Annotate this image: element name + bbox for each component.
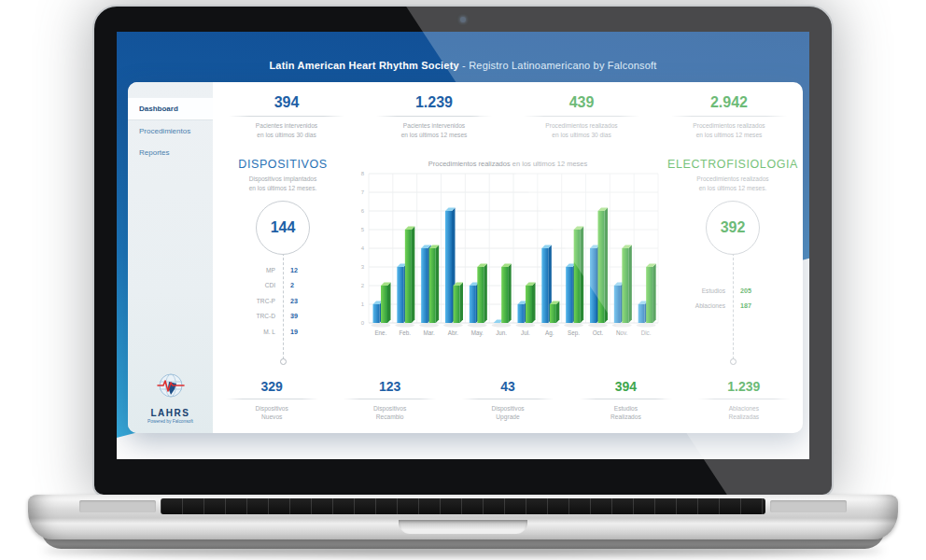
stat-label: AblacionesRealizadas — [685, 404, 803, 422]
device-row-ml: M. L19 — [213, 324, 353, 340]
stat-value: 1.239 — [360, 93, 508, 112]
stat-label-line2: en los ultimos 30 dias — [552, 132, 610, 138]
connector-end-dot — [280, 358, 287, 365]
stat-pacientes-30d: 394 Pacientes intervenidosen los últimos… — [213, 93, 360, 139]
stat-label-line2: en los últimos 12 meses — [401, 132, 468, 138]
stat-divider — [462, 399, 554, 399]
device-value: 39 — [290, 312, 353, 320]
stat-value: 329 — [213, 378, 330, 395]
stat-value: 394 — [567, 378, 684, 395]
app-title: Latin American Heart Rhythm Society - Re… — [117, 60, 809, 71]
stat-label-line2: Nuevos — [261, 413, 282, 420]
stat-label: Procedimientos realizadosen los ultimos … — [508, 121, 655, 139]
stat-label-line1: Dispositivos — [491, 405, 524, 412]
stat-divider — [671, 116, 786, 117]
devices-panel-body: MP12 CDI2 TRC-P23 TRC-D39 M. L19 — [213, 255, 353, 372]
svg-text:2: 2 — [361, 283, 365, 288]
device-label: M. L — [213, 329, 275, 335]
logo-block: LAHRS Powered by Falconsoft — [128, 372, 213, 424]
stat-divider — [229, 116, 344, 117]
svg-text:7: 7 — [361, 189, 365, 195]
svg-text:Nov.: Nov. — [616, 329, 628, 336]
device-value: 12 — [290, 266, 353, 274]
dashboard-card: Dashboard Procedimientos Reportes — [128, 82, 803, 433]
app-title-main: Latin American Heart Rhythm Society — [269, 60, 458, 71]
svg-text:1: 1 — [361, 301, 365, 307]
stat-value: 439 — [508, 93, 655, 112]
device-value: 19 — [290, 328, 353, 336]
webcam-icon — [460, 17, 466, 22]
ep-row-estudios: Estudios205 — [663, 283, 803, 299]
top-stats-row: 394 Pacientes intervenidosen los últimos… — [213, 93, 803, 139]
stat-label-line2: en los últimos 30 dias — [257, 132, 316, 138]
subtitle-line2: en los últimos 12 meses. — [699, 185, 767, 191]
svg-text:Sep.: Sep. — [568, 329, 580, 337]
stat-pacientes-12m: 1.239 Pacientes intervenidosen los últim… — [360, 93, 508, 139]
device-row-trcd: TRC-D39 — [213, 308, 353, 324]
stat-estudios-realizados: 394 EstudiosRealizados — [567, 378, 684, 422]
middle-row: DISPOSITIVOS Dispositivos implantadosen … — [213, 158, 803, 372]
device-value: 23 — [290, 297, 353, 305]
stat-label-line2: Realizadas — [729, 413, 760, 420]
stat-divider — [580, 399, 672, 399]
ep-row-ablaciones: Ablaciones187 — [663, 298, 803, 314]
stat-dispositivos-upgrade: 43 DispositivosUpgrade — [449, 378, 567, 422]
sidebar-item-procedimientos[interactable]: Procedimientos — [128, 120, 213, 142]
stat-label: DispositivosUpgrade — [449, 404, 567, 422]
bar-chart: 012345678Ene.Feb.Mar.Abr.May.Jun.Jul.Ag.… — [354, 170, 662, 349]
svg-text:Feb.: Feb. — [399, 329, 411, 336]
device-label: MP — [213, 267, 275, 273]
stat-label-line1: Procedimientos realizados — [693, 122, 765, 129]
connector-end-dot — [730, 358, 737, 365]
stat-label: Pacientes intervenidosen los últimos 12 … — [360, 121, 508, 139]
card-main: 394 Pacientes intervenidosen los últimos… — [213, 82, 803, 433]
stat-dispositivos-recambio: 123 DispositivosRecambio — [330, 378, 448, 422]
sidebar-item-reportes[interactable]: Reportes — [128, 142, 213, 163]
stat-label-line1: Estudios — [614, 405, 638, 412]
svg-text:Oct.: Oct. — [593, 329, 604, 336]
stat-label-line1: Dispositivos — [373, 405, 406, 412]
stat-ablaciones-realizadas: 1.239 AblacionesRealizadas — [685, 378, 803, 422]
sidebar-item-dashboard[interactable]: Dashboard — [128, 97, 213, 120]
stat-value: 123 — [330, 378, 448, 395]
stat-label: DispositivosRecambio — [330, 404, 448, 422]
stat-divider — [226, 399, 318, 399]
speaker-grille-left — [79, 500, 156, 512]
svg-text:Mar.: Mar. — [423, 329, 434, 336]
laptop-screen: Latin American Heart Rhythm Society - Re… — [92, 5, 834, 497]
stat-label-line1: Dispositivos — [256, 405, 288, 412]
svg-text:Jun.: Jun. — [496, 329, 507, 336]
devices-panel: DISPOSITIVOS Dispositivos implantadosen … — [213, 158, 353, 372]
svg-text:6: 6 — [361, 208, 365, 214]
stat-label-line2: Realizados — [610, 413, 641, 420]
lahrs-globe-icon — [155, 372, 187, 402]
subtitle-line1: Procedimientos realizados — [696, 175, 768, 182]
stat-value: 43 — [449, 378, 567, 395]
svg-text:May.: May. — [471, 329, 484, 337]
ep-value: 205 — [740, 287, 803, 295]
bottom-stats-row: 329 DispositivosNuevos 123 DispositivosR… — [213, 378, 803, 422]
chart-section: Procedimientos realizados en los ultimos… — [353, 158, 663, 372]
ep-panel-title: ELECTROFISIOLOGIA — [663, 158, 803, 171]
stat-label-line2: Upgrade — [496, 413, 519, 420]
devices-panel-subtitle: Dispositivos implantadosen los últimos 1… — [213, 175, 353, 193]
sidebar-nav: Dashboard Procedimientos Reportes — [128, 97, 213, 163]
device-label: TRC-D — [213, 313, 275, 319]
stat-label-line1: Pacientes intervenidos — [403, 122, 465, 129]
stat-label: EstudiosRealizados — [567, 404, 684, 422]
logo-powered-by: Powered by Falconsoft — [128, 419, 213, 424]
stat-divider — [344, 399, 436, 399]
ep-total-circle: 392 — [706, 201, 760, 255]
svg-text:8: 8 — [361, 171, 365, 176]
stat-procedimientos-30d: 439 Procedimientos realizadosen los ulti… — [508, 93, 655, 139]
stat-value: 1.239 — [685, 378, 803, 395]
ep-list: Estudios205 Ablaciones187 — [663, 283, 803, 314]
stat-label: DispositivosNuevos — [213, 404, 330, 422]
stat-divider — [698, 399, 791, 399]
app-header: Latin American Heart Rhythm Society - Re… — [117, 32, 809, 80]
device-row-cdi: CDI2 — [213, 277, 353, 293]
stat-label-line1: Procedimientos realizados — [545, 122, 617, 129]
ep-label: Estudios — [663, 287, 725, 294]
devices-total-circle: 144 — [256, 201, 310, 255]
svg-text:5: 5 — [361, 227, 365, 232]
